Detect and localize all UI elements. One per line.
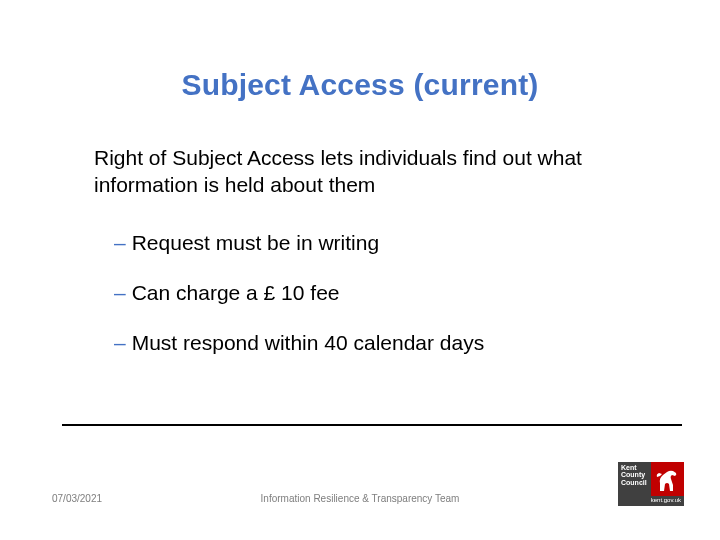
horizontal-rule (62, 424, 682, 426)
list-item: – Must respond within 40 calendar days (114, 329, 630, 357)
bullet-text: Can charge a £ 10 fee (132, 279, 340, 307)
intro-text: Right of Subject Access lets individuals… (94, 144, 630, 199)
bullet-list: – Request must be in writing – Can charg… (94, 229, 630, 358)
list-item: – Request must be in writing (114, 229, 630, 257)
list-item: – Can charge a £ 10 fee (114, 279, 630, 307)
bullet-dash-icon: – (114, 229, 126, 257)
logo-line: Council (621, 479, 648, 486)
logo-top: Kent County Council (618, 462, 684, 496)
slide: Subject Access (current) Right of Subjec… (0, 0, 720, 540)
bullet-dash-icon: – (114, 279, 126, 307)
bullet-dash-icon: – (114, 329, 126, 357)
horse-icon (654, 465, 681, 493)
kent-council-logo: Kent County Council kent.gov.uk (618, 462, 684, 512)
logo-line: County (621, 471, 648, 478)
logo-url: kent.gov.uk (618, 496, 684, 506)
logo-line: Kent (621, 464, 648, 471)
bullet-text: Request must be in writing (132, 229, 379, 257)
logo-emblem (651, 462, 684, 496)
footer-team: Information Resilience & Transparency Te… (0, 493, 720, 504)
logo-text-block: Kent County Council (618, 462, 651, 496)
bullet-text: Must respond within 40 calendar days (132, 329, 485, 357)
slide-title: Subject Access (current) (0, 0, 720, 102)
slide-body: Right of Subject Access lets individuals… (0, 102, 720, 358)
